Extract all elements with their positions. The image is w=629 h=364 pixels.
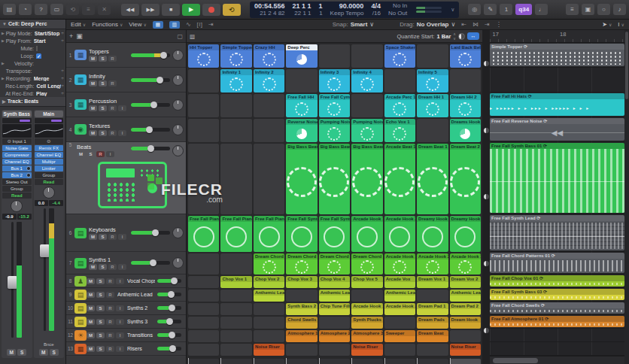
scene-trigger-button[interactable]	[220, 359, 251, 364]
loop-cell[interactable]: Dream HH 1	[417, 94, 448, 117]
loop-cell[interactable]: Arcade Perc 1	[384, 94, 415, 117]
track-header[interactable]: 5BeatsMSRI	[66, 142, 186, 214]
q34-badge[interactable]: q34	[515, 4, 532, 15]
volume-slider[interactable]	[131, 78, 170, 82]
grid-divider-icon[interactable]: ▥	[190, 33, 195, 40]
pan-knob[interactable]	[11, 200, 23, 212]
loop-cell[interactable]: Dream Pads	[417, 317, 448, 329]
volume-slider[interactable]	[131, 128, 170, 132]
track-header[interactable]: 8♟MSRIVocal Chops	[66, 275, 186, 288]
loop-cell[interactable]: Dream Beat 2	[450, 144, 481, 214]
loop-cell[interactable]: Arcade Vox	[384, 276, 415, 288]
loop-cell[interactable]: Noise Riser	[254, 344, 284, 356]
cell-inspector-header[interactable]: ▼Cell: Deep Perc	[0, 20, 65, 29]
fx-slot[interactable]: Multipr	[35, 159, 64, 165]
volume-slider[interactable]	[131, 147, 170, 150]
arrange-lane[interactable]: Free Fall Synth Lead ⟳	[490, 214, 624, 252]
empty-cell[interactable]	[417, 290, 448, 302]
mixer-icon[interactable]: ≡	[82, 4, 95, 15]
cell-parameter-row[interactable]: ▶Play From:Start≑	[0, 37, 65, 44]
volume-slider[interactable]	[157, 279, 181, 283]
scene-trigger-button[interactable]	[351, 359, 382, 364]
input-slot[interactable]: ⊙ Input 1	[2, 138, 32, 144]
output-slot[interactable]: Stereo Out	[2, 179, 32, 185]
empty-cell[interactable]	[254, 94, 284, 117]
empty-cell[interactable]	[254, 144, 284, 214]
input-slot[interactable]: ⊙	[35, 138, 64, 144]
cell-parameter-row[interactable]: Loop:✓	[0, 52, 65, 59]
record-enable-button[interactable]: R	[108, 80, 117, 86]
loop-cell[interactable]: Arcade Hook 1	[351, 303, 382, 315]
parameter-value[interactable]: Cell Length	[36, 83, 60, 89]
channel-strip-name[interactable]: Synth Bass	[2, 111, 32, 117]
region[interactable]: Free Fall Synth Bass 01 ⟳	[490, 143, 624, 213]
mute-button[interactable]: M	[89, 130, 97, 136]
input-monitor-button[interactable]: I	[118, 234, 126, 240]
loop-cell[interactable]: Atmosphere 3	[351, 330, 382, 342]
loop-cell[interactable]: Chop Vox 3	[286, 276, 317, 288]
empty-cell[interactable]	[220, 94, 251, 117]
record-enable-button[interactable]: R	[108, 130, 117, 136]
loop-cell[interactable]: Dream Beat	[417, 330, 448, 342]
empty-cell[interactable]	[254, 119, 284, 142]
loop-cell[interactable]: Reverse Noise	[286, 119, 317, 142]
scene-trigger-button[interactable]	[188, 359, 219, 364]
input-monitor-button[interactable]: I	[116, 305, 124, 311]
pan-knob[interactable]	[172, 227, 184, 238]
loop-cell[interactable]: Big Bass Beat 1	[286, 144, 317, 214]
stepper-icon[interactable]: ∧∨	[453, 32, 456, 41]
loop-cell[interactable]: Free Fall Piano	[188, 216, 219, 252]
loop-cell[interactable]: Big Bass Beat 3	[351, 144, 382, 214]
empty-cell[interactable]	[351, 94, 382, 117]
automation-mode-slot[interactable]: Read	[2, 193, 32, 199]
text-tool[interactable]: I∨	[618, 21, 624, 28]
stepper-icon[interactable]: ≑	[61, 91, 64, 96]
region[interactable]: Free Fall Chord Swells ⟳	[490, 302, 624, 314]
empty-cell[interactable]	[254, 330, 284, 342]
loop-cell[interactable]: Infinity 1	[220, 69, 251, 93]
loop-cell[interactable]: Chip Tune Fills	[319, 303, 350, 315]
divider-moon-icon[interactable]	[484, 128, 489, 133]
loop-cell[interactable]: Free Fall Piano	[220, 216, 251, 252]
scene-trigger-button[interactable]	[319, 359, 350, 364]
rewind-button[interactable]: ◀◀	[121, 4, 139, 16]
loop-cell[interactable]: Infinity 2	[254, 69, 284, 93]
loop-cell[interactable]: Dream HH 2	[450, 94, 481, 117]
stepper-icon[interactable]: ≑	[61, 38, 64, 43]
empty-cell[interactable]	[188, 94, 219, 117]
track-header[interactable]: 3▦PercussionMSRI	[66, 93, 186, 117]
loop-cell[interactable]: Free Fall HH	[286, 94, 317, 117]
empty-cell[interactable]	[188, 303, 219, 315]
solo-button[interactable]: S	[99, 80, 107, 86]
empty-cell[interactable]	[286, 290, 317, 302]
loop-cell[interactable]: Anthemic Lead	[384, 290, 415, 302]
loop-cell[interactable]: Anthemic Lead	[450, 290, 481, 302]
loop-cell[interactable]: Dream Chord 2	[286, 253, 317, 275]
loop-cell[interactable]: Pumping Noise	[319, 119, 350, 142]
pan-knob[interactable]	[172, 50, 184, 61]
mute-button[interactable]: M	[77, 151, 85, 157]
region[interactable]: Free Fall Reverse Noise ⟳◀◀	[490, 118, 624, 141]
zoom-icon[interactable]: ⋮	[496, 21, 502, 28]
loop-cell[interactable]: Deep Perc	[286, 44, 317, 68]
volume-slider[interactable]	[131, 231, 170, 235]
mute-button[interactable]: M	[89, 80, 97, 86]
fx-slot[interactable]: Channel EQ	[35, 152, 64, 158]
volume-slider[interactable]	[157, 320, 181, 323]
bar-ruler[interactable]: 1718	[490, 30, 624, 43]
record-enable-button[interactable]: R	[96, 151, 105, 157]
send-slot[interactable]: Bus 1	[2, 165, 32, 171]
gain-plugin-slot[interactable]	[35, 118, 64, 123]
menu-functions[interactable]: Functions∨	[92, 21, 123, 28]
empty-cell[interactable]	[319, 344, 350, 356]
browsers-icon[interactable]: ▣	[582, 4, 594, 15]
mute-button[interactable]: M	[89, 105, 97, 111]
drag-menu[interactable]: Drag:No Overlap∨	[400, 21, 455, 28]
empty-cell[interactable]	[286, 69, 317, 93]
clock-icon[interactable]: ◔	[19, 4, 32, 15]
loop-cell[interactable]: Big Bass Beat 2	[319, 144, 350, 214]
input-monitor-button[interactable]: I	[116, 332, 124, 338]
loop-cell[interactable]: Free Fall Cym	[319, 94, 350, 117]
empty-cell[interactable]	[351, 44, 382, 68]
solo-button[interactable]: S	[99, 234, 107, 240]
